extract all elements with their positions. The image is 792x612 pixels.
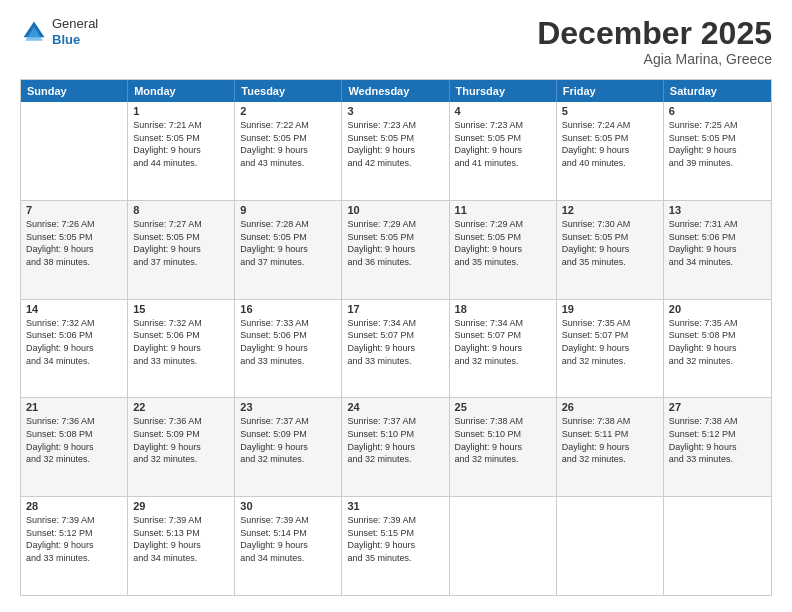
calendar-cell: 8Sunrise: 7:27 AMSunset: 5:05 PMDaylight… xyxy=(128,201,235,299)
day-number: 1 xyxy=(133,105,229,117)
calendar-cell: 1Sunrise: 7:21 AMSunset: 5:05 PMDaylight… xyxy=(128,102,235,200)
day-number: 31 xyxy=(347,500,443,512)
calendar-cell xyxy=(557,497,664,595)
day-number: 12 xyxy=(562,204,658,216)
header-day-tuesday: Tuesday xyxy=(235,80,342,102)
day-number: 22 xyxy=(133,401,229,413)
day-number: 21 xyxy=(26,401,122,413)
month-title: December 2025 xyxy=(537,16,772,51)
calendar-cell xyxy=(664,497,771,595)
day-info: Sunrise: 7:21 AMSunset: 5:05 PMDaylight:… xyxy=(133,119,229,169)
day-number: 11 xyxy=(455,204,551,216)
location: Agia Marina, Greece xyxy=(537,51,772,67)
day-info: Sunrise: 7:29 AMSunset: 5:05 PMDaylight:… xyxy=(455,218,551,268)
day-info: Sunrise: 7:37 AMSunset: 5:09 PMDaylight:… xyxy=(240,415,336,465)
day-info: Sunrise: 7:23 AMSunset: 5:05 PMDaylight:… xyxy=(347,119,443,169)
calendar-cell: 3Sunrise: 7:23 AMSunset: 5:05 PMDaylight… xyxy=(342,102,449,200)
day-info: Sunrise: 7:24 AMSunset: 5:05 PMDaylight:… xyxy=(562,119,658,169)
day-number: 16 xyxy=(240,303,336,315)
calendar-cell: 25Sunrise: 7:38 AMSunset: 5:10 PMDayligh… xyxy=(450,398,557,496)
calendar-row-4: 28Sunrise: 7:39 AMSunset: 5:12 PMDayligh… xyxy=(21,496,771,595)
day-number: 26 xyxy=(562,401,658,413)
day-number: 9 xyxy=(240,204,336,216)
calendar-cell: 7Sunrise: 7:26 AMSunset: 5:05 PMDaylight… xyxy=(21,201,128,299)
calendar-cell: 24Sunrise: 7:37 AMSunset: 5:10 PMDayligh… xyxy=(342,398,449,496)
day-number: 24 xyxy=(347,401,443,413)
calendar-cell: 29Sunrise: 7:39 AMSunset: 5:13 PMDayligh… xyxy=(128,497,235,595)
day-info: Sunrise: 7:22 AMSunset: 5:05 PMDaylight:… xyxy=(240,119,336,169)
calendar-cell: 11Sunrise: 7:29 AMSunset: 5:05 PMDayligh… xyxy=(450,201,557,299)
day-number: 28 xyxy=(26,500,122,512)
header-day-thursday: Thursday xyxy=(450,80,557,102)
logo-icon xyxy=(20,18,48,46)
calendar-body: 1Sunrise: 7:21 AMSunset: 5:05 PMDaylight… xyxy=(21,102,771,595)
day-number: 14 xyxy=(26,303,122,315)
calendar: SundayMondayTuesdayWednesdayThursdayFrid… xyxy=(20,79,772,596)
day-info: Sunrise: 7:39 AMSunset: 5:13 PMDaylight:… xyxy=(133,514,229,564)
calendar-cell: 14Sunrise: 7:32 AMSunset: 5:06 PMDayligh… xyxy=(21,300,128,398)
logo-blue: Blue xyxy=(52,32,98,48)
title-area: December 2025 Agia Marina, Greece xyxy=(537,16,772,67)
day-number: 27 xyxy=(669,401,766,413)
calendar-cell: 13Sunrise: 7:31 AMSunset: 5:06 PMDayligh… xyxy=(664,201,771,299)
day-info: Sunrise: 7:32 AMSunset: 5:06 PMDaylight:… xyxy=(26,317,122,367)
day-number: 19 xyxy=(562,303,658,315)
day-number: 29 xyxy=(133,500,229,512)
day-number: 6 xyxy=(669,105,766,117)
calendar-row-2: 14Sunrise: 7:32 AMSunset: 5:06 PMDayligh… xyxy=(21,299,771,398)
day-number: 30 xyxy=(240,500,336,512)
calendar-cell: 22Sunrise: 7:36 AMSunset: 5:09 PMDayligh… xyxy=(128,398,235,496)
day-info: Sunrise: 7:35 AMSunset: 5:07 PMDaylight:… xyxy=(562,317,658,367)
calendar-row-3: 21Sunrise: 7:36 AMSunset: 5:08 PMDayligh… xyxy=(21,397,771,496)
day-number: 7 xyxy=(26,204,122,216)
day-info: Sunrise: 7:38 AMSunset: 5:10 PMDaylight:… xyxy=(455,415,551,465)
day-number: 10 xyxy=(347,204,443,216)
calendar-cell: 2Sunrise: 7:22 AMSunset: 5:05 PMDaylight… xyxy=(235,102,342,200)
logo: General Blue xyxy=(20,16,98,47)
header-day-friday: Friday xyxy=(557,80,664,102)
calendar-cell: 4Sunrise: 7:23 AMSunset: 5:05 PMDaylight… xyxy=(450,102,557,200)
day-number: 3 xyxy=(347,105,443,117)
day-info: Sunrise: 7:33 AMSunset: 5:06 PMDaylight:… xyxy=(240,317,336,367)
calendar-cell: 6Sunrise: 7:25 AMSunset: 5:05 PMDaylight… xyxy=(664,102,771,200)
calendar-row-0: 1Sunrise: 7:21 AMSunset: 5:05 PMDaylight… xyxy=(21,102,771,200)
day-info: Sunrise: 7:36 AMSunset: 5:08 PMDaylight:… xyxy=(26,415,122,465)
day-info: Sunrise: 7:39 AMSunset: 5:14 PMDaylight:… xyxy=(240,514,336,564)
day-number: 20 xyxy=(669,303,766,315)
header-day-sunday: Sunday xyxy=(21,80,128,102)
calendar-cell: 15Sunrise: 7:32 AMSunset: 5:06 PMDayligh… xyxy=(128,300,235,398)
day-info: Sunrise: 7:29 AMSunset: 5:05 PMDaylight:… xyxy=(347,218,443,268)
day-number: 15 xyxy=(133,303,229,315)
calendar-cell: 21Sunrise: 7:36 AMSunset: 5:08 PMDayligh… xyxy=(21,398,128,496)
calendar-cell: 20Sunrise: 7:35 AMSunset: 5:08 PMDayligh… xyxy=(664,300,771,398)
day-info: Sunrise: 7:34 AMSunset: 5:07 PMDaylight:… xyxy=(347,317,443,367)
day-number: 23 xyxy=(240,401,336,413)
calendar-cell: 18Sunrise: 7:34 AMSunset: 5:07 PMDayligh… xyxy=(450,300,557,398)
calendar-cell: 19Sunrise: 7:35 AMSunset: 5:07 PMDayligh… xyxy=(557,300,664,398)
day-info: Sunrise: 7:39 AMSunset: 5:15 PMDaylight:… xyxy=(347,514,443,564)
day-info: Sunrise: 7:35 AMSunset: 5:08 PMDaylight:… xyxy=(669,317,766,367)
calendar-cell: 28Sunrise: 7:39 AMSunset: 5:12 PMDayligh… xyxy=(21,497,128,595)
header: General Blue December 2025 Agia Marina, … xyxy=(20,16,772,67)
day-number: 18 xyxy=(455,303,551,315)
day-info: Sunrise: 7:36 AMSunset: 5:09 PMDaylight:… xyxy=(133,415,229,465)
header-day-wednesday: Wednesday xyxy=(342,80,449,102)
page: General Blue December 2025 Agia Marina, … xyxy=(0,0,792,612)
day-number: 8 xyxy=(133,204,229,216)
day-number: 4 xyxy=(455,105,551,117)
logo-text: General Blue xyxy=(52,16,98,47)
calendar-cell xyxy=(21,102,128,200)
calendar-cell: 10Sunrise: 7:29 AMSunset: 5:05 PMDayligh… xyxy=(342,201,449,299)
day-number: 5 xyxy=(562,105,658,117)
calendar-cell: 26Sunrise: 7:38 AMSunset: 5:11 PMDayligh… xyxy=(557,398,664,496)
day-info: Sunrise: 7:25 AMSunset: 5:05 PMDaylight:… xyxy=(669,119,766,169)
day-number: 2 xyxy=(240,105,336,117)
header-day-monday: Monday xyxy=(128,80,235,102)
calendar-cell: 23Sunrise: 7:37 AMSunset: 5:09 PMDayligh… xyxy=(235,398,342,496)
day-info: Sunrise: 7:26 AMSunset: 5:05 PMDaylight:… xyxy=(26,218,122,268)
calendar-cell: 12Sunrise: 7:30 AMSunset: 5:05 PMDayligh… xyxy=(557,201,664,299)
logo-general: General xyxy=(52,16,98,32)
day-info: Sunrise: 7:31 AMSunset: 5:06 PMDaylight:… xyxy=(669,218,766,268)
day-info: Sunrise: 7:30 AMSunset: 5:05 PMDaylight:… xyxy=(562,218,658,268)
calendar-cell: 27Sunrise: 7:38 AMSunset: 5:12 PMDayligh… xyxy=(664,398,771,496)
